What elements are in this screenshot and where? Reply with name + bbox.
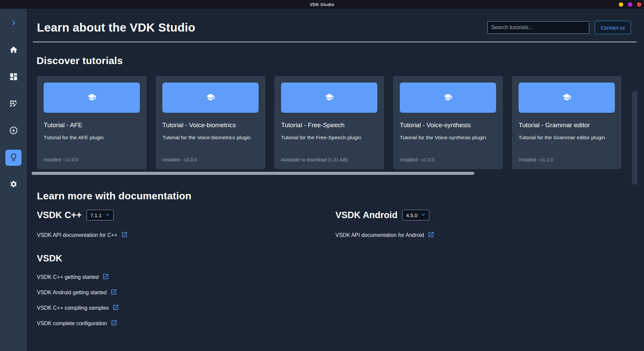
card-title: Tutorial - AFE xyxy=(44,121,140,129)
doc-link-label: VSDK C++ getting started xyxy=(37,274,99,280)
card-description: Tutorial for the AFE plugin xyxy=(44,135,140,141)
chevron-down-icon xyxy=(102,211,111,219)
grid-edit-icon xyxy=(9,99,18,109)
card-banner xyxy=(400,83,496,113)
package-vsdk-android: VSDK Android 4.5.0 VSDK API documentatio… xyxy=(335,210,634,239)
window-controls xyxy=(619,0,641,9)
card-title: Tutorial - Grammar editor xyxy=(519,121,615,129)
download-icon xyxy=(9,126,18,136)
doc-link-cpp-api[interactable]: VSDK API documentation for C++ xyxy=(37,231,128,239)
external-link-icon xyxy=(107,289,117,297)
search-input[interactable] xyxy=(487,21,589,34)
graduation-cap-icon xyxy=(87,93,96,103)
graduation-cap-icon xyxy=(562,93,571,103)
dashboard-icon xyxy=(9,72,18,83)
page-title: Learn about the VDK Studio xyxy=(37,21,487,34)
horizontal-scrollbar[interactable] xyxy=(32,172,474,175)
tutorial-card[interactable]: Tutorial - Grammar editor Tutorial for t… xyxy=(512,76,622,169)
package-name: VSDK Android xyxy=(335,210,397,220)
sidebar-item-tutorials[interactable] xyxy=(5,150,21,166)
card-description: Tutorial for the Free-Speech plugin xyxy=(281,135,377,141)
doc-link-label: VSDK complete configuration xyxy=(37,320,107,327)
tutorial-card[interactable]: Tutorial - Voice-biometrics Tutorial for… xyxy=(156,76,265,169)
graduation-cap-icon xyxy=(443,93,452,103)
lightbulb-icon xyxy=(9,153,18,163)
version-dropdown[interactable]: 7.1.1 xyxy=(87,210,114,220)
window-control-red[interactable] xyxy=(637,2,641,7)
external-link-icon xyxy=(424,231,434,239)
tutorial-card[interactable]: Tutorial - AFE Tutorial for the AFE plug… xyxy=(37,76,147,169)
sidebar-item-dashboard[interactable] xyxy=(5,69,21,85)
external-link-icon xyxy=(117,231,128,239)
card-description: Tutorial for the Grammar editor plugin xyxy=(519,135,615,141)
tutorial-cards-row: Tutorial - AFE Tutorial for the AFE plug… xyxy=(27,76,644,169)
card-status: Available to download (1.31 kiB) xyxy=(281,157,377,162)
gear-icon xyxy=(10,180,17,189)
doc-link-label: VSDK API documentation for Android xyxy=(335,232,424,238)
card-title: Tutorial - Voice-biometrics xyxy=(162,121,259,129)
card-status: Installed - v1.0.0 xyxy=(400,157,496,162)
card-status: Installed - v1.2.0 xyxy=(519,157,615,162)
graduation-cap-icon xyxy=(206,93,215,103)
sidebar xyxy=(0,9,27,351)
chevron-down-icon xyxy=(417,211,426,219)
sidebar-item-projects[interactable] xyxy=(5,96,21,112)
tutorial-card[interactable]: Tutorial - Voice-synthesis Tutorial for … xyxy=(393,76,503,169)
version-value: 4.5.0 xyxy=(406,212,417,218)
package-vsdk-cpp: VSDK C++ 7.1.1 VSDK API documentation fo… xyxy=(37,210,335,239)
version-dropdown[interactable]: 4.5.0 xyxy=(402,210,429,220)
doc-link-complete-configuration[interactable]: VSDK complete configuration xyxy=(37,319,117,328)
vsdk-links: VSDK C++ getting started VSDK Android ge… xyxy=(37,273,644,328)
card-title: Tutorial - Voice-synthesis xyxy=(400,121,496,129)
page-header: Learn about the VDK Studio Contact us xyxy=(37,21,631,34)
card-banner xyxy=(519,83,615,113)
app-title: VDK Studio xyxy=(310,2,334,7)
packages-row: VSDK C++ 7.1.1 VSDK API documentation fo… xyxy=(37,210,644,239)
window-control-yellow[interactable] xyxy=(619,2,623,7)
doc-link-getting-started-cpp[interactable]: VSDK C++ getting started xyxy=(37,273,109,281)
external-link-icon xyxy=(107,319,117,328)
tutorial-card-partial[interactable] xyxy=(632,91,637,185)
card-description: Tutorial for the Voice-biometrics plugin xyxy=(162,135,259,141)
documentation-heading: Learn more with documentation xyxy=(37,190,644,202)
discover-tutorials-heading: Discover tutorials xyxy=(37,55,644,66)
graduation-cap-icon xyxy=(325,93,334,103)
main-content: Learn about the VDK Studio Contact us Di… xyxy=(27,9,644,351)
version-value: 7.1.1 xyxy=(91,212,102,218)
card-banner xyxy=(281,83,377,113)
doc-link-label: VSDK API documentation for C++ xyxy=(37,232,117,238)
home-icon xyxy=(9,45,18,56)
card-description: Tutorial for the Voice-synthesis plugin xyxy=(400,135,496,141)
sidebar-item-settings[interactable] xyxy=(5,177,21,193)
sidebar-expand-button[interactable] xyxy=(5,15,21,32)
doc-link-label: VSDK Android getting started xyxy=(37,290,107,296)
sidebar-item-home[interactable] xyxy=(5,42,21,58)
contact-us-button[interactable]: Contact us xyxy=(595,21,631,34)
tutorial-card[interactable]: Tutorial - Free-Speech Tutorial for the … xyxy=(274,76,384,169)
sidebar-item-downloads[interactable] xyxy=(5,123,21,139)
card-status: Installed - v2.0.0 xyxy=(162,157,259,162)
doc-link-getting-started-android[interactable]: VSDK Android getting started xyxy=(37,289,117,297)
titlebar: VDK Studio xyxy=(0,0,644,9)
external-link-icon xyxy=(99,273,109,281)
external-link-icon xyxy=(109,304,119,312)
chevron-right-icon xyxy=(9,18,18,29)
card-title: Tutorial - Free-Speech xyxy=(281,121,377,129)
vsdk-heading: VSDK xyxy=(37,253,644,264)
card-banner xyxy=(162,83,259,113)
card-banner xyxy=(44,83,140,113)
doc-link-compiling-samples[interactable]: VSDK C++ compiling samples xyxy=(37,304,119,312)
window-control-purple[interactable] xyxy=(628,2,632,7)
header-divider xyxy=(33,42,637,42)
package-name: VSDK C++ xyxy=(37,210,82,220)
doc-link-android-api[interactable]: VSDK API documentation for Android xyxy=(335,231,434,239)
card-status: Installed - v1.0.0 xyxy=(44,157,140,162)
doc-link-label: VSDK C++ compiling samples xyxy=(37,305,109,311)
